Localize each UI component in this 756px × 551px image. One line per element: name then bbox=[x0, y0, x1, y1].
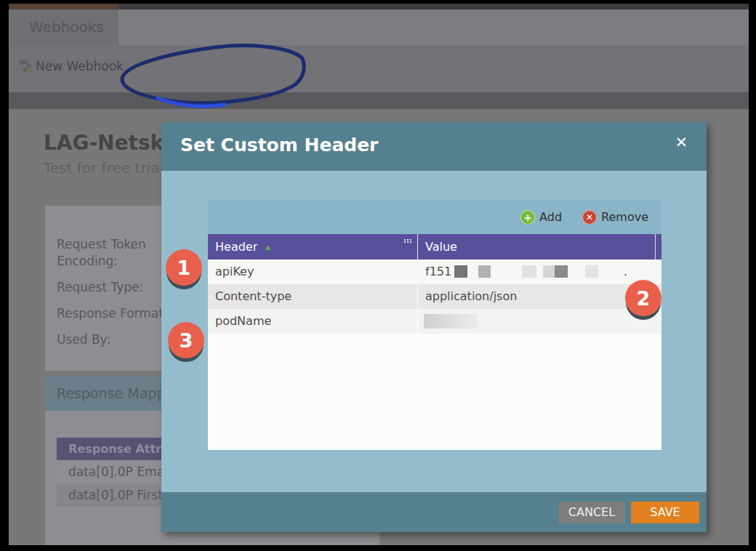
label-used-by: Used By: bbox=[57, 331, 172, 348]
cancel-button[interactable]: CANCEL bbox=[558, 502, 625, 523]
column-menu-icon[interactable] bbox=[404, 239, 411, 243]
label-request-token-encoding: Request Token Encoding: bbox=[57, 236, 172, 270]
app-window: Webhooks + New Webhook + Webhooks Action… bbox=[9, 4, 749, 545]
add-button[interactable]: + Add bbox=[520, 210, 562, 225]
set-custom-header-dialog: Set Custom Header ✕ + Add ✕ Remove Heade… bbox=[161, 122, 707, 532]
step-1-badge: 1 bbox=[166, 249, 202, 286]
new-webhook-button[interactable]: + New Webhook bbox=[19, 59, 124, 73]
column-header-header[interactable]: Header ▲ bbox=[208, 234, 418, 260]
redaction-block bbox=[543, 265, 555, 278]
value-visible-text: f151 bbox=[425, 265, 451, 278]
response-attribute-column-header: Response Attribute bbox=[57, 438, 161, 460]
table-row[interactable]: data[0].0P Email bbox=[57, 460, 161, 483]
header-value-cell: f151 . bbox=[418, 260, 662, 284]
grid-column-headers: Header ▲ Value bbox=[208, 234, 662, 260]
redaction-block bbox=[585, 265, 598, 278]
grid-row-podname[interactable]: podName bbox=[208, 309, 662, 334]
column-divider bbox=[655, 234, 656, 260]
remove-button[interactable]: ✕ Remove bbox=[582, 210, 648, 225]
dialog-header: Set Custom Header ✕ bbox=[161, 122, 707, 171]
close-icon[interactable]: ✕ bbox=[675, 134, 688, 151]
table-row[interactable]: data[0].0P First Na bbox=[57, 483, 161, 507]
add-icon: + bbox=[520, 210, 535, 225]
step-2-badge: 2 bbox=[625, 280, 662, 316]
top-accent-bar bbox=[9, 4, 749, 9]
header-name-cell: apiKey bbox=[208, 260, 418, 284]
redaction-block bbox=[424, 314, 478, 329]
add-label: Add bbox=[539, 210, 562, 224]
remove-icon: ✕ bbox=[582, 210, 597, 225]
label-request-type: Request Type: bbox=[57, 279, 172, 296]
tab-accent-stripe bbox=[9, 4, 118, 9]
redaction-block bbox=[555, 265, 568, 278]
save-button[interactable]: SAVE bbox=[631, 502, 699, 523]
response-attributes-table: Response Attribute data[0].0P Email data… bbox=[57, 438, 161, 507]
column-header-label: Header bbox=[215, 240, 257, 254]
remove-label: Remove bbox=[601, 210, 648, 224]
header-value-cell bbox=[418, 309, 662, 334]
new-webhook-label: New Webhook bbox=[36, 59, 124, 73]
dialog-footer: CANCEL SAVE bbox=[161, 492, 707, 532]
column-header-label: Value bbox=[425, 240, 457, 254]
tab-row: Webhooks bbox=[9, 9, 749, 45]
webhook-icon: + bbox=[19, 60, 32, 73]
tab-webhooks[interactable]: Webhooks bbox=[9, 9, 118, 45]
plus-icon: + bbox=[27, 68, 33, 74]
column-header-value[interactable]: Value bbox=[418, 234, 662, 260]
custom-header-grid: + Add ✕ Remove Header ▲ Value bbox=[208, 200, 662, 450]
webhooks-toolbar: + New Webhook + Webhooks Actions ▼ bbox=[9, 45, 749, 92]
redaction-block bbox=[522, 265, 536, 278]
header-name-cell: podName bbox=[208, 309, 418, 334]
grid-row-apikey[interactable]: apiKey f151 . bbox=[208, 260, 662, 284]
header-name-cell: Content-type bbox=[208, 284, 418, 309]
page-title-block: LAG-Netsko Test for free tria bbox=[44, 131, 162, 177]
label-response-format: Response Format: bbox=[57, 305, 172, 322]
value-trailing-text: . bbox=[624, 260, 627, 284]
page-subtitle: Test for free tria bbox=[44, 159, 162, 177]
step-3-badge: 3 bbox=[168, 322, 204, 358]
grid-toolbar: + Add ✕ Remove bbox=[208, 200, 662, 234]
redaction-block bbox=[454, 265, 467, 278]
redaction-block bbox=[478, 265, 491, 278]
grid-row-content-type[interactable]: Content-type application/json bbox=[208, 284, 662, 309]
sort-ascending-icon: ▲ bbox=[265, 244, 270, 251]
value-visible-text: application/json bbox=[425, 289, 517, 303]
dialog-title: Set Custom Header bbox=[180, 122, 378, 169]
divider-band bbox=[9, 92, 749, 109]
grid-empty-area bbox=[208, 334, 662, 450]
page-title: LAG-Netsko bbox=[44, 131, 162, 155]
